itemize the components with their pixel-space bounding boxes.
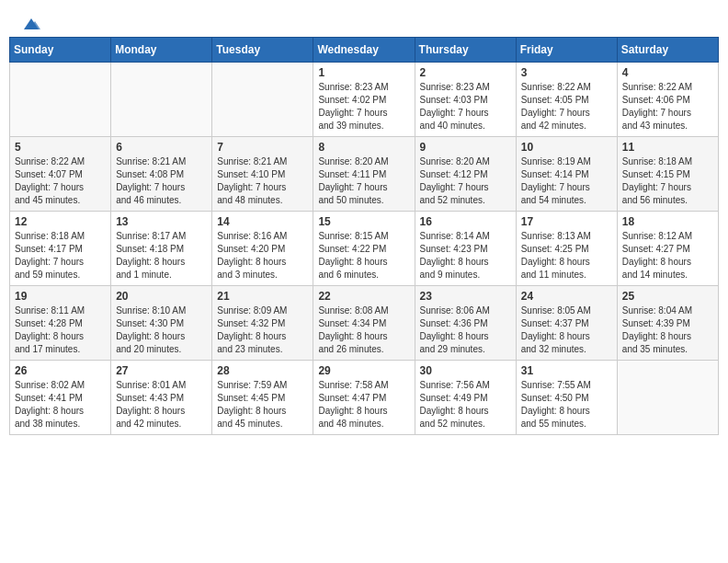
weekday-sunday: Sunday	[10, 38, 111, 63]
day-number: 11	[622, 141, 713, 154]
calendar-cell: 15Sunrise: 8:15 AM Sunset: 4:22 PM Dayli…	[313, 212, 415, 286]
day-number: 2	[420, 66, 511, 79]
calendar-cell: 19Sunrise: 8:11 AM Sunset: 4:28 PM Dayli…	[10, 286, 111, 361]
day-info: Sunrise: 8:12 AM Sunset: 4:27 PM Dayligh…	[622, 231, 692, 280]
calendar-cell: 2Sunrise: 8:23 AM Sunset: 4:03 PM Daylig…	[415, 63, 516, 137]
calendar-cell: 30Sunrise: 7:56 AM Sunset: 4:49 PM Dayli…	[415, 361, 516, 435]
calendar-cell	[111, 63, 212, 137]
week-row-3: 12Sunrise: 8:18 AM Sunset: 4:17 PM Dayli…	[10, 212, 719, 286]
day-number: 21	[217, 290, 308, 303]
day-number: 8	[318, 141, 409, 154]
day-info: Sunrise: 8:10 AM Sunset: 4:30 PM Dayligh…	[116, 305, 186, 354]
day-info: Sunrise: 8:01 AM Sunset: 4:43 PM Dayligh…	[116, 380, 186, 429]
calendar-cell: 9Sunrise: 8:20 AM Sunset: 4:12 PM Daylig…	[415, 137, 516, 212]
day-number: 3	[521, 66, 612, 79]
calendar-cell: 31Sunrise: 7:55 AM Sunset: 4:50 PM Dayli…	[516, 361, 617, 435]
calendar: SundayMondayTuesdayWednesdayThursdayFrid…	[9, 37, 719, 435]
day-number: 23	[420, 290, 511, 303]
day-number: 29	[318, 364, 409, 377]
calendar-cell: 10Sunrise: 8:19 AM Sunset: 4:14 PM Dayli…	[516, 137, 617, 212]
day-info: Sunrise: 8:14 AM Sunset: 4:23 PM Dayligh…	[420, 231, 490, 280]
day-number: 18	[622, 215, 713, 228]
calendar-cell: 23Sunrise: 8:06 AM Sunset: 4:36 PM Dayli…	[415, 286, 516, 361]
day-number: 26	[15, 364, 106, 377]
calendar-cell: 14Sunrise: 8:16 AM Sunset: 4:20 PM Dayli…	[212, 212, 313, 286]
week-row-4: 19Sunrise: 8:11 AM Sunset: 4:28 PM Dayli…	[10, 286, 719, 361]
day-number: 14	[217, 215, 308, 228]
day-info: Sunrise: 8:21 AM Sunset: 4:10 PM Dayligh…	[217, 156, 287, 205]
calendar-cell	[10, 63, 111, 137]
day-info: Sunrise: 8:20 AM Sunset: 4:12 PM Dayligh…	[420, 156, 490, 205]
day-info: Sunrise: 8:20 AM Sunset: 4:11 PM Dayligh…	[318, 156, 388, 205]
calendar-cell: 7Sunrise: 8:21 AM Sunset: 4:10 PM Daylig…	[212, 137, 313, 212]
calendar-cell: 16Sunrise: 8:14 AM Sunset: 4:23 PM Dayli…	[415, 212, 516, 286]
day-number: 16	[420, 215, 511, 228]
calendar-cell: 8Sunrise: 8:20 AM Sunset: 4:11 PM Daylig…	[313, 137, 415, 212]
day-number: 28	[217, 364, 308, 377]
day-info: Sunrise: 8:16 AM Sunset: 4:20 PM Dayligh…	[217, 231, 287, 280]
week-row-5: 26Sunrise: 8:02 AM Sunset: 4:41 PM Dayli…	[10, 361, 719, 435]
day-number: 13	[116, 215, 207, 228]
day-info: Sunrise: 7:59 AM Sunset: 4:45 PM Dayligh…	[217, 380, 287, 429]
day-info: Sunrise: 8:02 AM Sunset: 4:41 PM Dayligh…	[15, 380, 85, 429]
day-info: Sunrise: 7:56 AM Sunset: 4:49 PM Dayligh…	[420, 380, 490, 429]
day-number: 17	[521, 215, 612, 228]
day-number: 22	[318, 290, 409, 303]
calendar-cell: 18Sunrise: 8:12 AM Sunset: 4:27 PM Dayli…	[617, 212, 718, 286]
day-number: 20	[116, 290, 207, 303]
calendar-cell: 6Sunrise: 8:21 AM Sunset: 4:08 PM Daylig…	[111, 137, 212, 212]
day-info: Sunrise: 8:06 AM Sunset: 4:36 PM Dayligh…	[420, 305, 490, 354]
logo-icon	[20, 17, 40, 31]
weekday-friday: Friday	[516, 38, 617, 63]
day-number: 19	[15, 290, 106, 303]
calendar-cell: 25Sunrise: 8:04 AM Sunset: 4:39 PM Dayli…	[617, 286, 718, 361]
day-info: Sunrise: 8:22 AM Sunset: 4:06 PM Dayligh…	[622, 82, 692, 131]
weekday-header-row: SundayMondayTuesdayWednesdayThursdayFrid…	[10, 38, 719, 63]
day-number: 27	[116, 364, 207, 377]
calendar-cell: 20Sunrise: 8:10 AM Sunset: 4:30 PM Dayli…	[111, 286, 212, 361]
day-info: Sunrise: 7:55 AM Sunset: 4:50 PM Dayligh…	[521, 380, 591, 429]
calendar-cell: 1Sunrise: 8:23 AM Sunset: 4:02 PM Daylig…	[313, 63, 415, 137]
day-number: 31	[521, 364, 612, 377]
calendar-cell: 22Sunrise: 8:08 AM Sunset: 4:34 PM Dayli…	[313, 286, 415, 361]
day-number: 24	[521, 290, 612, 303]
day-info: Sunrise: 8:21 AM Sunset: 4:08 PM Dayligh…	[116, 156, 186, 205]
day-info: Sunrise: 8:23 AM Sunset: 4:02 PM Dayligh…	[318, 82, 388, 131]
day-number: 7	[217, 141, 308, 154]
day-info: Sunrise: 8:13 AM Sunset: 4:25 PM Dayligh…	[521, 231, 591, 280]
day-info: Sunrise: 8:19 AM Sunset: 4:14 PM Dayligh…	[521, 156, 591, 205]
day-number: 15	[318, 215, 409, 228]
week-row-1: 1Sunrise: 8:23 AM Sunset: 4:02 PM Daylig…	[10, 63, 719, 137]
day-info: Sunrise: 8:18 AM Sunset: 4:15 PM Dayligh…	[622, 156, 692, 205]
day-info: Sunrise: 8:09 AM Sunset: 4:32 PM Dayligh…	[217, 305, 287, 354]
calendar-cell: 13Sunrise: 8:17 AM Sunset: 4:18 PM Dayli…	[111, 212, 212, 286]
calendar-cell: 29Sunrise: 7:58 AM Sunset: 4:47 PM Dayli…	[313, 361, 415, 435]
calendar-body: 1Sunrise: 8:23 AM Sunset: 4:02 PM Daylig…	[10, 63, 719, 435]
day-number: 25	[622, 290, 713, 303]
calendar-cell: 12Sunrise: 8:18 AM Sunset: 4:17 PM Dayli…	[10, 212, 111, 286]
calendar-cell	[617, 361, 718, 435]
calendar-cell	[212, 63, 313, 137]
weekday-tuesday: Tuesday	[212, 38, 313, 63]
day-info: Sunrise: 8:04 AM Sunset: 4:39 PM Dayligh…	[622, 305, 692, 354]
weekday-saturday: Saturday	[617, 38, 718, 63]
day-info: Sunrise: 8:22 AM Sunset: 4:05 PM Dayligh…	[521, 82, 591, 131]
day-number: 6	[116, 141, 207, 154]
calendar-cell: 4Sunrise: 8:22 AM Sunset: 4:06 PM Daylig…	[617, 63, 718, 137]
calendar-cell: 21Sunrise: 8:09 AM Sunset: 4:32 PM Dayli…	[212, 286, 313, 361]
week-row-2: 5Sunrise: 8:22 AM Sunset: 4:07 PM Daylig…	[10, 137, 719, 212]
logo	[18, 17, 40, 28]
day-number: 30	[420, 364, 511, 377]
day-number: 12	[15, 215, 106, 228]
calendar-cell: 28Sunrise: 7:59 AM Sunset: 4:45 PM Dayli…	[212, 361, 313, 435]
day-info: Sunrise: 8:23 AM Sunset: 4:03 PM Dayligh…	[420, 82, 490, 131]
day-number: 9	[420, 141, 511, 154]
day-info: Sunrise: 8:08 AM Sunset: 4:34 PM Dayligh…	[318, 305, 388, 354]
weekday-wednesday: Wednesday	[313, 38, 415, 63]
calendar-cell: 11Sunrise: 8:18 AM Sunset: 4:15 PM Dayli…	[617, 137, 718, 212]
day-number: 1	[318, 66, 409, 79]
calendar-cell: 17Sunrise: 8:13 AM Sunset: 4:25 PM Dayli…	[516, 212, 617, 286]
header	[9, 9, 719, 31]
day-info: Sunrise: 8:15 AM Sunset: 4:22 PM Dayligh…	[318, 231, 388, 280]
day-number: 5	[15, 141, 106, 154]
